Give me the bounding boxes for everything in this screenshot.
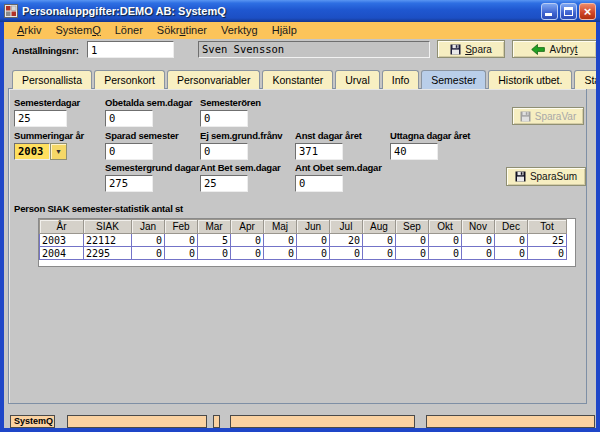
window-border-left [0, 22, 4, 432]
table-cell[interactable]: 0 [363, 234, 396, 247]
minimize-button[interactable] [541, 3, 558, 20]
table-cell[interactable]: 0 [132, 234, 165, 247]
statusbar-divider [213, 415, 220, 428]
field-value[interactable]: 371 [295, 143, 343, 160]
table-cell[interactable]: 0 [495, 234, 528, 247]
field-anst-dagar-aret: Anst dagar året 371 [295, 130, 362, 160]
table-cell[interactable]: 2003 [40, 234, 84, 247]
field-label: Semesterören [200, 97, 261, 108]
tab-info[interactable]: Info [382, 70, 420, 89]
table-cell[interactable]: 0 [231, 247, 264, 260]
maximize-button[interactable] [560, 3, 577, 20]
field-value[interactable]: 0 [295, 175, 343, 192]
table-column-header: Maj [264, 220, 297, 234]
close-button[interactable]: × [579, 3, 596, 20]
year-dropdown[interactable]: 2003 ▼ [14, 143, 84, 160]
table-cell[interactable]: 22112 [84, 234, 132, 247]
field-value[interactable]: 275 [105, 175, 153, 192]
cancel-button-label: Avbryt [549, 44, 577, 55]
field-value[interactable]: 25 [14, 110, 67, 127]
field-ant-obet-sem-dagar: Ant Obet sem.dagar 0 [295, 162, 382, 192]
menu-item-sökrutiner[interactable]: Sökrutiner [150, 22, 214, 39]
menu-item-löner[interactable]: Löner [108, 22, 150, 39]
table-cell[interactable]: 0 [429, 247, 462, 260]
field-label: Summeringar år [14, 130, 84, 141]
tab-bar: PersonallistaPersonkortPersonvariablerKo… [12, 70, 600, 89]
table-cell[interactable]: 0 [396, 234, 429, 247]
table-column-header: Aug [363, 220, 396, 234]
table-column-header: Jan [132, 220, 165, 234]
employee-number-input[interactable] [87, 41, 174, 58]
table-cell[interactable]: 0 [264, 247, 297, 260]
table-cell[interactable]: 0 [528, 247, 567, 260]
statusbar-panel-3 [426, 415, 595, 428]
field-value[interactable]: 0 [105, 110, 153, 127]
menu-item-systemq[interactable]: SystemQ [48, 22, 107, 39]
sparasum-button-label: SparaSum [530, 171, 577, 182]
tab-urval[interactable]: Urval [335, 70, 380, 89]
field-label: Anst dagar året [295, 130, 362, 141]
table-column-header: Tot [528, 220, 567, 234]
table-cell[interactable]: 0 [396, 247, 429, 260]
table-cell[interactable]: 0 [165, 247, 198, 260]
tab-personallista[interactable]: Personallista [12, 70, 92, 89]
chevron-down-icon[interactable]: ▼ [50, 143, 67, 160]
sparasum-button[interactable]: SparaSum [506, 167, 586, 186]
field-uttagna-dagar-aret: Uttagna dagar året 40 [390, 130, 470, 160]
menu-item-verktyg[interactable]: Verktyg [214, 22, 265, 39]
table-cell[interactable]: 0 [165, 234, 198, 247]
tab-personvariabler[interactable]: Personvariabler [167, 70, 261, 89]
sparavar-button[interactable]: SparaVar [512, 107, 584, 125]
year-dropdown-value[interactable]: 2003 [14, 143, 50, 160]
semester-panel: Semesterdagar 25 Obetalda sem.dagar 0 Se… [8, 88, 587, 404]
menu-bar: ArkivSystemQLönerSökrutinerVerktygHjälp [4, 22, 596, 39]
save-button[interactable]: Spara [437, 40, 505, 58]
tab-historik-utbet-[interactable]: Historik utbet. [488, 70, 572, 89]
table-cell[interactable]: 0 [363, 247, 396, 260]
floppy-icon [520, 111, 531, 122]
table-cell[interactable]: 20 [330, 234, 363, 247]
table-cell[interactable]: 0 [429, 234, 462, 247]
statistics-table: ÅrSIAKJanFebMarAprMajJunJulAugSepOktNovD… [39, 219, 567, 260]
table-cell[interactable]: 0 [198, 247, 231, 260]
field-label: Uttagna dagar året [390, 130, 470, 141]
floppy-icon [515, 171, 526, 182]
table-cell[interactable]: 0 [462, 234, 495, 247]
field-value[interactable]: 25 [200, 175, 248, 192]
table-cell[interactable]: 0 [264, 234, 297, 247]
table-header-row: ÅrSIAKJanFebMarAprMajJunJulAugSepOktNovD… [40, 220, 567, 234]
app-icon [4, 4, 18, 18]
save-button-label: Spara [465, 44, 492, 55]
table-cell[interactable]: 0 [297, 247, 330, 260]
table-cell[interactable]: 25 [528, 234, 567, 247]
table-cell[interactable]: 0 [231, 234, 264, 247]
field-value[interactable]: 0 [200, 110, 248, 127]
table-cell[interactable]: 2295 [84, 247, 132, 260]
field-value[interactable]: 0 [105, 143, 153, 160]
table-cell[interactable]: 0 [462, 247, 495, 260]
employee-number-label: Anställningsnr: [12, 45, 79, 56]
tab-personkort[interactable]: Personkort [94, 70, 165, 89]
field-value[interactable]: 40 [390, 143, 438, 160]
table-cell[interactable]: 0 [297, 234, 330, 247]
table-cell[interactable]: 0 [132, 247, 165, 260]
table-cell[interactable]: 2004 [40, 247, 84, 260]
field-summeringar-ar: Summeringar år 2003 ▼ [14, 130, 84, 160]
table-column-header: Nov [462, 220, 495, 234]
tab-konstanter[interactable]: Konstanter [262, 70, 333, 89]
sparavar-button-label: SparaVar [535, 111, 577, 122]
cancel-button[interactable]: Avbryt [512, 40, 597, 58]
table-cell[interactable]: 0 [495, 247, 528, 260]
field-value[interactable]: 0 [200, 143, 248, 160]
menu-item-hjälp[interactable]: Hjälp [265, 22, 304, 39]
table-cell[interactable]: 0 [330, 247, 363, 260]
statusbar-panel-1 [67, 415, 207, 428]
table-column-header: Okt [429, 220, 462, 234]
table-column-header: Jun [297, 220, 330, 234]
menu-item-arkiv[interactable]: Arkiv [10, 22, 48, 39]
table-cell[interactable]: 5 [198, 234, 231, 247]
field-semestergrund-dagar: Semestergrund dagar 275 [105, 162, 199, 192]
title-bar: Personaluppgifter:DEMO AB: SystemQ × [0, 0, 600, 22]
table-column-header: Sep [396, 220, 429, 234]
tab-semester[interactable]: Semester [421, 70, 486, 89]
